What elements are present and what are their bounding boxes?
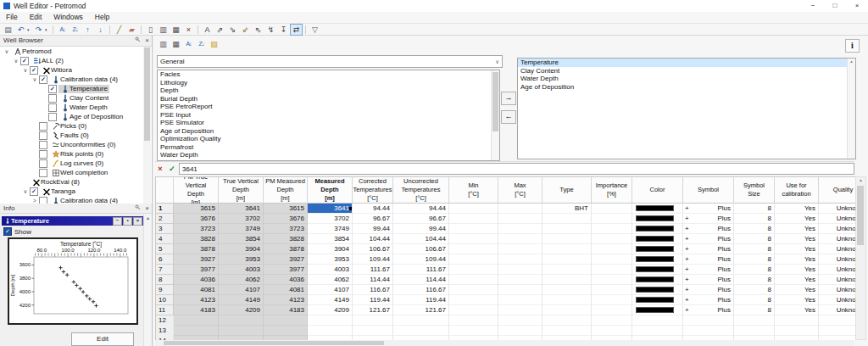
cell-true-vertical-depth-m[interactable]: 4149 <box>219 295 264 305</box>
cell-max-c[interactable] <box>498 285 542 295</box>
cell-use-for-calibration[interactable]: Yes <box>775 265 819 275</box>
font-icon[interactable]: A <box>202 25 213 35</box>
tree-item-petromod[interactable]: ∨Petromod <box>0 47 152 56</box>
cell-uncorrected-temperatures-c[interactable]: 94.44 <box>393 204 449 214</box>
maximize-button[interactable]: □ <box>824 0 846 12</box>
column-header-row-number[interactable] <box>156 177 174 204</box>
column-header-true-vertical-depth-m[interactable]: True Vertical Depth [m] <box>219 177 264 204</box>
tree-item-calibration-data-4[interactable]: ∨✓Calibration data (4) <box>0 75 152 84</box>
tree-item-clay-content[interactable]: Clay Content <box>0 93 152 103</box>
cell-min-c[interactable] <box>449 275 498 285</box>
cell-empty[interactable] <box>734 315 775 326</box>
cell-empty[interactable] <box>592 326 632 336</box>
cell-true-vertical-depth-m[interactable]: 4107 <box>219 285 264 295</box>
cell-pm-true-vertical-depth-m[interactable]: 3615 <box>174 204 219 214</box>
column-header-symbol-size[interactable]: Symbol Size <box>734 177 775 204</box>
cell-empty[interactable] <box>775 326 819 336</box>
info-button[interactable]: i <box>845 39 860 53</box>
checkbox-calibration-data-4[interactable] <box>39 197 47 204</box>
cell-use-for-calibration[interactable]: Yes <box>775 305 819 315</box>
column-header-color[interactable]: Color <box>632 177 683 204</box>
info-close-icon[interactable]: × <box>145 204 149 214</box>
list-item-clay-content[interactable]: Clay Content <box>518 67 855 75</box>
color-swatch[interactable] <box>636 287 674 293</box>
checkbox-unconformities-0[interactable] <box>39 141 47 149</box>
cell-min-c[interactable] <box>449 265 498 275</box>
cell-true-vertical-depth-m[interactable]: 4062 <box>219 275 264 285</box>
cell-max-c[interactable] <box>498 275 542 285</box>
tree-item-log-curves-0[interactable]: Log curves (0) <box>0 159 152 168</box>
delete-point-icon[interactable]: ⇙ <box>240 25 251 35</box>
cell-color[interactable] <box>632 244 683 254</box>
cell-type[interactable]: BHT <box>542 204 592 214</box>
checkbox-risk-points-0[interactable] <box>39 150 47 159</box>
temperature-window-titlebar[interactable]: Temperature − ▪ × <box>2 216 143 226</box>
cell-min-c[interactable] <box>449 214 498 224</box>
cell-pm-true-vertical-depth-m[interactable]: 4183 <box>174 305 219 315</box>
cell-importance[interactable] <box>592 305 632 315</box>
cell-importance[interactable] <box>592 275 632 285</box>
cell-min-c[interactable] <box>449 244 498 254</box>
list-item-age-of-deposition[interactable]: Age of Deposition <box>518 83 855 92</box>
cell-type[interactable] <box>542 214 592 224</box>
cell-quality[interactable]: Unknown <box>819 285 855 295</box>
cell-pm-true-vertical-depth-m[interactable]: 3676 <box>174 214 219 224</box>
row-number[interactable]: 8 <box>156 275 174 285</box>
cell-uncorrected-temperatures-c[interactable]: 96.67 <box>393 214 449 224</box>
cell-pm-true-vertical-depth-m[interactable]: 3723 <box>174 224 219 234</box>
list-item-depth[interactable]: Depth <box>158 86 499 95</box>
cell-symbol[interactable]: +Plus <box>683 214 734 224</box>
panel-close-button[interactable]: × <box>133 217 142 226</box>
cell-corrected-temperatures-c[interactable]: 94.44 <box>353 204 393 214</box>
cell-empty[interactable] <box>308 326 353 336</box>
cell-corrected-temperatures-c[interactable]: 111.67 <box>353 265 393 275</box>
cell-empty[interactable] <box>174 326 219 336</box>
cell-uncorrected-temperatures-c[interactable]: 116.67 <box>393 285 449 295</box>
cell-color[interactable] <box>632 275 683 285</box>
cell-uncorrected-temperatures-c[interactable]: 106.67 <box>393 244 449 254</box>
row-number[interactable]: 10 <box>156 295 174 305</box>
tree-scrollbar[interactable] <box>143 47 151 204</box>
table-vertical-scrollbar[interactable]: ▴ <box>855 176 866 340</box>
column-header-type[interactable]: Type <box>542 177 592 204</box>
tree-item-faults-0[interactable]: Faults (0) <box>0 131 152 140</box>
smooth-point-icon[interactable]: ↯ <box>265 25 276 35</box>
cell-empty[interactable] <box>632 326 683 336</box>
row-number[interactable]: 7 <box>156 265 174 275</box>
cell-max-c[interactable] <box>498 295 542 305</box>
cell-quality[interactable]: Unknown <box>819 295 855 305</box>
cell-pm-true-vertical-depth-m[interactable]: 3927 <box>174 254 219 265</box>
cell-importance[interactable] <box>592 224 632 234</box>
cell-type[interactable] <box>542 254 592 265</box>
cell-empty[interactable] <box>683 326 734 336</box>
collapse-expander-icon[interactable]: ∨ <box>31 76 39 83</box>
cell-empty[interactable] <box>542 315 592 326</box>
cell-color[interactable] <box>632 295 683 305</box>
cell-empty[interactable] <box>819 315 855 326</box>
cell-measured-depth-m[interactable]: 3854 <box>308 234 353 244</box>
cell-corrected-temperatures-c[interactable]: 114.44 <box>353 275 393 285</box>
cell-corrected-temperatures-c[interactable]: 121.67 <box>353 305 393 315</box>
tree-item-all-2[interactable]: ∨✓ALL (2) <box>0 56 152 65</box>
cell-pm-measured-depth-m[interactable]: 3927 <box>264 254 308 265</box>
cell-min-c[interactable] <box>449 254 498 265</box>
cell-use-for-calibration[interactable]: Yes <box>775 275 819 285</box>
checkbox-clay-content[interactable] <box>48 94 57 103</box>
confirm-edit-button[interactable]: ✓ <box>167 164 177 174</box>
row-number[interactable]: 12 <box>156 315 174 326</box>
list-item-temperature[interactable]: Temperature <box>518 59 855 67</box>
well-browser-close-icon[interactable]: × <box>145 36 149 46</box>
checkbox-temperature[interactable]: ✓ <box>48 85 57 93</box>
cell-empty[interactable] <box>449 326 498 336</box>
cell-max-c[interactable] <box>498 234 542 244</box>
delete-icon[interactable]: × <box>183 25 194 35</box>
color-swatch[interactable] <box>636 266 674 272</box>
cell-pm-true-vertical-depth-m[interactable]: 3878 <box>174 244 219 254</box>
cell-empty[interactable] <box>819 326 855 336</box>
list-item-burial-depth[interactable]: Burial Depth <box>158 95 499 103</box>
cell-quality[interactable]: Unknown <box>819 244 855 254</box>
tree-item-risk-points-0[interactable]: Risk points (0) <box>0 149 152 159</box>
redo-dropdown-icon[interactable]: ▾ <box>45 25 50 35</box>
cell-min-c[interactable] <box>449 204 498 214</box>
cell-pm-measured-depth-m[interactable]: 3977 <box>264 265 308 275</box>
